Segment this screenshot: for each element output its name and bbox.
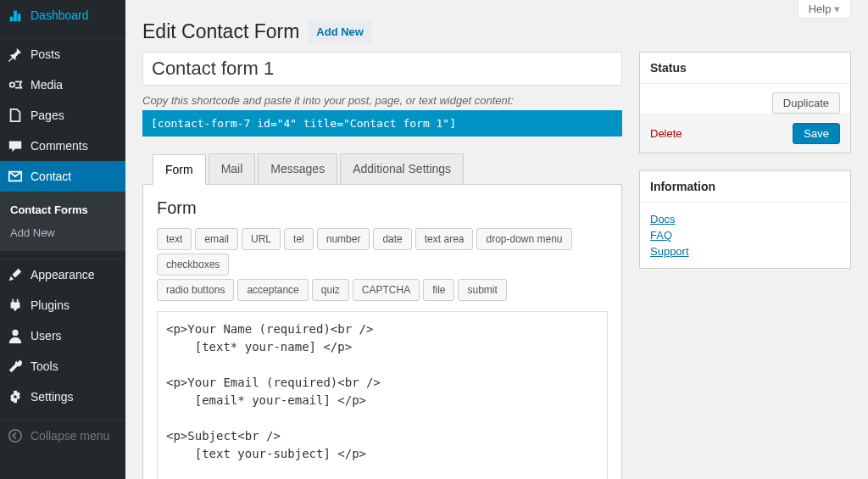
submenu-add-new[interactable]: Add New bbox=[0, 221, 125, 244]
sidebar-item-appearance[interactable]: Appearance bbox=[0, 259, 125, 290]
tag-submit[interactable]: submit bbox=[458, 279, 506, 301]
tag-acceptance[interactable]: acceptance bbox=[237, 279, 308, 301]
info-link-docs[interactable]: Docs bbox=[650, 211, 840, 227]
sidebar-submenu: Contact Forms Add New bbox=[0, 192, 125, 251]
form-panel: Form text email URL tel number date text… bbox=[142, 184, 622, 479]
tag-radio[interactable]: radio buttons bbox=[157, 279, 234, 301]
tab-form[interactable]: Form bbox=[153, 154, 206, 185]
tag-file[interactable]: file bbox=[423, 279, 454, 301]
submenu-contact-forms[interactable]: Contact Forms bbox=[0, 198, 125, 221]
sidebar-item-pages[interactable]: Pages bbox=[0, 100, 125, 131]
sidebar-item-label: Contact bbox=[31, 170, 71, 183]
sidebar-item-label: Dashboard bbox=[31, 8, 89, 22]
gear-icon bbox=[7, 388, 24, 405]
brush-icon bbox=[7, 266, 24, 283]
svg-point-2 bbox=[9, 430, 21, 442]
tag-date[interactable]: date bbox=[373, 228, 411, 250]
sidebar-item-posts[interactable]: Posts bbox=[0, 39, 125, 70]
sidebar-item-label: Appearance bbox=[31, 268, 95, 281]
sidebar-item-label: Plugins bbox=[31, 298, 70, 312]
comment-icon bbox=[7, 137, 24, 154]
tag-number[interactable]: number bbox=[317, 228, 370, 250]
tab-mail[interactable]: Mail bbox=[209, 153, 256, 184]
info-link-support[interactable]: Support bbox=[650, 243, 840, 259]
status-title: Status bbox=[640, 53, 850, 84]
sidebar-item-label: Comments bbox=[31, 139, 88, 153]
page-header: Edit Contact Form Add New bbox=[142, 0, 851, 52]
info-link-faq[interactable]: FAQ bbox=[650, 227, 840, 243]
sidebar-item-plugins[interactable]: Plugins bbox=[0, 290, 125, 320]
shortcode-display[interactable]: [contact-form-7 id="4" title="Contact fo… bbox=[142, 110, 622, 136]
sidebar-item-label: Settings bbox=[31, 390, 74, 404]
tag-url[interactable]: URL bbox=[242, 228, 281, 250]
sidebar-item-dashboard[interactable]: Dashboard bbox=[0, 0, 125, 31]
duplicate-button[interactable]: Duplicate bbox=[772, 92, 840, 114]
help-tab[interactable]: Help bbox=[798, 0, 851, 19]
main-content: Help Edit Contact Form Add New Copy this… bbox=[125, 0, 868, 479]
tag-email[interactable]: email bbox=[195, 228, 238, 250]
mail-icon bbox=[7, 168, 24, 185]
tag-textarea[interactable]: text area bbox=[415, 228, 474, 250]
sidebar-item-contact[interactable]: Contact bbox=[0, 161, 125, 192]
sidebar-item-settings[interactable]: Settings bbox=[0, 382, 125, 412]
form-code-textarea[interactable] bbox=[157, 311, 608, 479]
page-icon bbox=[7, 107, 24, 124]
tag-checkboxes[interactable]: checkboxes bbox=[157, 253, 229, 276]
dashboard-icon bbox=[7, 7, 24, 24]
panel-heading: Form bbox=[157, 198, 608, 218]
tag-dropdown[interactable]: drop-down menu bbox=[476, 228, 571, 250]
page-title: Edit Contact Form bbox=[142, 20, 299, 43]
delete-link[interactable]: Delete bbox=[650, 127, 682, 140]
form-title-input[interactable] bbox=[142, 52, 622, 86]
sidebar-item-label: Pages bbox=[31, 109, 64, 122]
tag-quiz[interactable]: quiz bbox=[312, 279, 349, 301]
information-postbox: Information Docs FAQ Support bbox=[639, 170, 851, 269]
sidebar-item-label: Tools bbox=[31, 359, 58, 373]
tag-buttons-row: radio buttons acceptance quiz CAPTCHA fi… bbox=[157, 279, 608, 301]
collapse-label: Collapse menu bbox=[31, 429, 109, 443]
media-icon bbox=[7, 76, 24, 93]
collapse-menu[interactable]: Collapse menu bbox=[0, 421, 125, 451]
tag-tel[interactable]: tel bbox=[284, 228, 314, 250]
sidebar-item-label: Posts bbox=[31, 47, 60, 61]
sidebar-item-media[interactable]: Media bbox=[0, 70, 125, 100]
tag-text[interactable]: text bbox=[157, 228, 192, 250]
sidebar-item-comments[interactable]: Comments bbox=[0, 131, 125, 161]
sidebar-item-users[interactable]: Users bbox=[0, 320, 125, 351]
collapse-icon bbox=[7, 427, 24, 444]
plugin-icon bbox=[7, 297, 24, 314]
shortcode-hint: Copy this shortcode and paste it into yo… bbox=[142, 94, 622, 107]
screen-meta: Help bbox=[798, 0, 851, 19]
svg-point-1 bbox=[12, 330, 18, 336]
pin-icon bbox=[7, 46, 24, 63]
user-icon bbox=[7, 327, 24, 344]
tool-icon bbox=[7, 358, 24, 375]
sidebar-item-tools[interactable]: Tools bbox=[0, 351, 125, 382]
information-title: Information bbox=[640, 171, 850, 203]
editor-tabs: Form Mail Messages Additional Settings bbox=[153, 153, 622, 184]
sidebar-item-label: Users bbox=[31, 329, 62, 343]
status-postbox: Status Duplicate Delete Save bbox=[639, 52, 851, 153]
tab-additional-settings[interactable]: Additional Settings bbox=[340, 153, 464, 184]
save-button[interactable]: Save bbox=[793, 123, 840, 144]
svg-point-0 bbox=[10, 82, 14, 86]
tab-messages[interactable]: Messages bbox=[258, 153, 337, 184]
tag-captcha[interactable]: CAPTCHA bbox=[353, 279, 420, 301]
add-new-button[interactable]: Add New bbox=[308, 20, 372, 43]
admin-sidebar: Dashboard Posts Media Pages Comments Con… bbox=[0, 0, 125, 479]
sidebar-item-label: Media bbox=[31, 78, 63, 92]
tag-buttons-row: text email URL tel number date text area… bbox=[157, 228, 608, 276]
